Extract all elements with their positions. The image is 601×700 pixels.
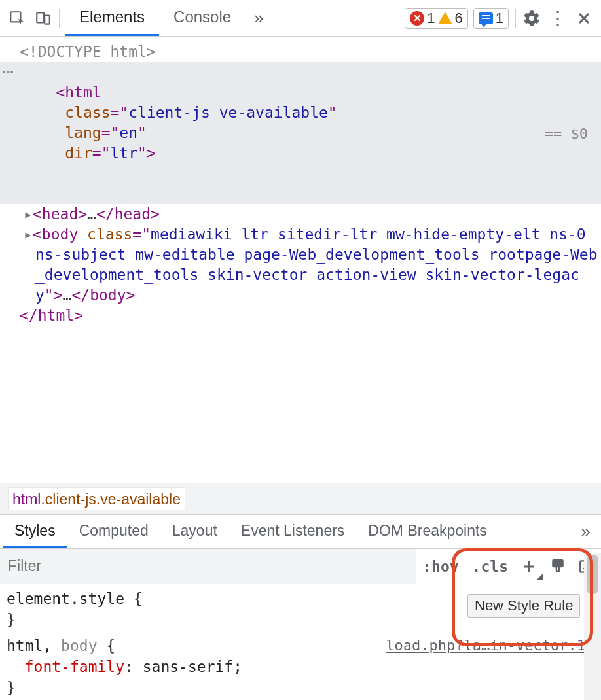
svg-rect-1: [37, 12, 44, 22]
css-rule[interactable]: load.php?la…in-vector:1 html, body { fon…: [7, 635, 594, 698]
message-icon: [479, 12, 493, 24]
subtab-event-listeners[interactable]: Event Listeners: [229, 515, 357, 548]
breadcrumb-tag[interactable]: html: [12, 491, 41, 508]
hover-toggle[interactable]: :hov: [416, 558, 465, 575]
console-ref: == $0: [545, 123, 588, 143]
styles-filter-input[interactable]: [0, 549, 416, 584]
dom-node-html[interactable]: <html class="client-js ve-available" lan…: [0, 62, 601, 204]
warning-icon: [438, 12, 452, 24]
scrollbar-thumb[interactable]: [587, 555, 598, 594]
issue-badges: ✕ 1 6 1: [405, 8, 509, 29]
subtab-layout[interactable]: Layout: [160, 515, 229, 548]
toolbar-divider: [515, 9, 516, 28]
more-tabs-icon[interactable]: »: [246, 5, 272, 31]
rule-source-link[interactable]: load.php?la…in-vector:1: [386, 635, 585, 656]
new-style-rule-tooltip: New Style Rule: [467, 594, 580, 618]
styles-subtabs: Styles Computed Layout Event Listeners D…: [0, 515, 601, 549]
dom-node-head[interactable]: ▸<head>…</head>: [0, 204, 601, 224]
dom-tree[interactable]: <!DOCTYPE html> <html class="client-js v…: [0, 37, 601, 483]
styles-toolbar: :hov .cls: [0, 549, 601, 584]
dom-node-body[interactable]: ▸<body class="mediawiki ltr sitedir-ltr …: [0, 224, 601, 306]
devtools-toolbar: Elements Console » ✕ 1 6 1 ⋮: [0, 0, 601, 37]
error-count: 1: [427, 10, 435, 27]
styles-scrollbar[interactable]: [584, 553, 601, 700]
cls-toggle[interactable]: .cls: [465, 558, 515, 575]
svg-rect-2: [45, 15, 50, 24]
breadcrumb-classes[interactable]: .client-js.ve-available: [41, 491, 180, 508]
new-style-rule-button[interactable]: [515, 552, 543, 581]
svg-rect-3: [553, 560, 562, 567]
device-toolbar-icon[interactable]: [30, 5, 56, 31]
subtab-dom-breakpoints[interactable]: DOM Breakpoints: [356, 515, 499, 548]
errors-warnings-badge[interactable]: ✕ 1 6: [405, 8, 468, 29]
dom-node-doctype[interactable]: <!DOCTYPE html>: [0, 42, 601, 62]
paint-flashing-icon[interactable]: [543, 552, 572, 581]
more-subtabs-icon[interactable]: »: [574, 521, 598, 542]
dom-breadcrumb[interactable]: html.client-js.ve-available: [0, 483, 601, 515]
tab-elements[interactable]: Elements: [65, 0, 159, 36]
error-icon: ✕: [410, 11, 424, 26]
settings-icon[interactable]: [519, 5, 545, 31]
toolbar-divider: [59, 9, 60, 28]
kebab-menu-icon[interactable]: ⋮: [545, 5, 571, 31]
main-tabs: Elements Console »: [65, 0, 405, 36]
subtab-computed[interactable]: Computed: [67, 515, 160, 548]
tab-console[interactable]: Console: [159, 0, 246, 36]
dom-node-html-close[interactable]: </html>: [0, 306, 601, 326]
warning-count: 6: [455, 10, 463, 27]
close-icon[interactable]: [571, 5, 597, 31]
messages-badge[interactable]: 1: [473, 8, 509, 29]
subtab-styles[interactable]: Styles: [3, 515, 67, 548]
inspect-element-icon[interactable]: [4, 5, 30, 31]
message-count: 1: [496, 10, 503, 27]
